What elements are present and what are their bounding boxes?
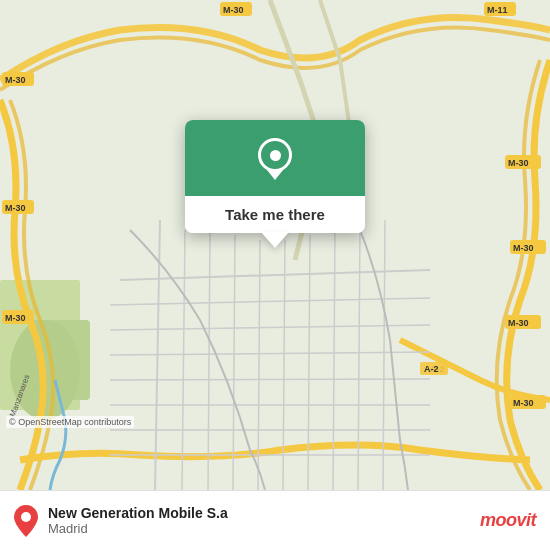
svg-text:A-2: A-2 bbox=[424, 364, 439, 374]
popup-body[interactable]: Take me there bbox=[185, 196, 365, 233]
map-view[interactable]: A-2 A-2 M-30 M-30 M-30 bbox=[0, 0, 550, 490]
location-info: New Generation Mobile S.a Madrid bbox=[48, 505, 470, 536]
svg-text:M-30: M-30 bbox=[508, 318, 529, 328]
svg-text:M-30: M-30 bbox=[5, 203, 26, 213]
location-popup: Take me there bbox=[185, 120, 365, 233]
svg-line-21 bbox=[110, 379, 430, 380]
location-pin-icon bbox=[257, 138, 293, 182]
svg-text:M-11: M-11 bbox=[487, 5, 508, 15]
location-name: New Generation Mobile S.a bbox=[48, 505, 470, 521]
svg-text:M-30: M-30 bbox=[513, 398, 534, 408]
bottom-pin-icon bbox=[14, 505, 38, 537]
location-city: Madrid bbox=[48, 521, 470, 536]
svg-text:M-30: M-30 bbox=[223, 5, 244, 15]
popup-header bbox=[185, 120, 365, 196]
attribution-text: © OpenStreetMap contributors bbox=[9, 417, 131, 427]
bottom-info-bar: New Generation Mobile S.a Madrid moovit bbox=[0, 490, 550, 550]
svg-point-44 bbox=[21, 512, 31, 522]
take-me-there-button[interactable]: Take me there bbox=[225, 206, 325, 223]
svg-text:M-30: M-30 bbox=[508, 158, 529, 168]
osm-attribution: © OpenStreetMap contributors bbox=[6, 416, 134, 428]
svg-text:M-30: M-30 bbox=[5, 313, 26, 323]
moovit-wordmark: moovit bbox=[480, 510, 536, 531]
popup-arrow bbox=[261, 232, 289, 248]
svg-text:M-30: M-30 bbox=[513, 243, 534, 253]
moovit-logo: moovit bbox=[480, 510, 536, 531]
svg-text:M-30: M-30 bbox=[5, 75, 26, 85]
